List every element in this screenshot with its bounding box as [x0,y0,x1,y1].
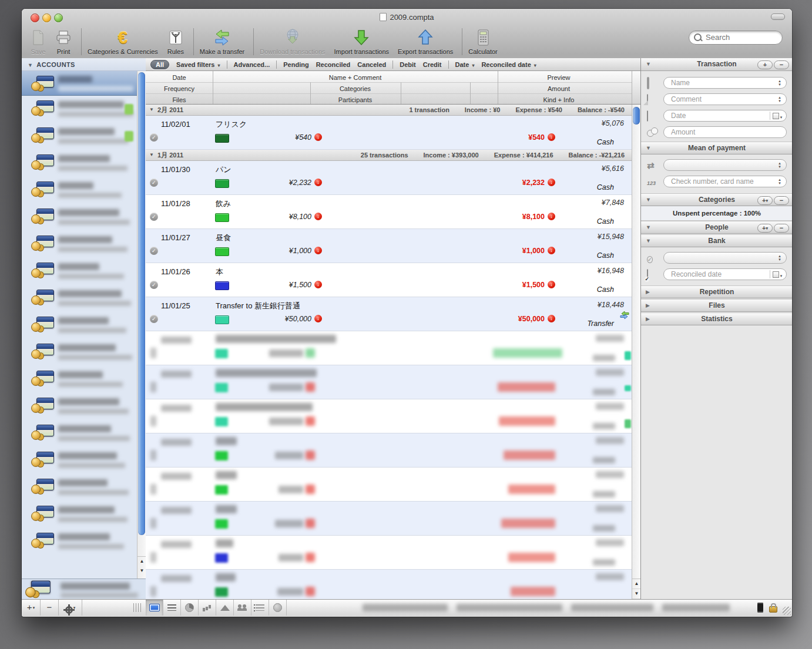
sidebar-scrollbar[interactable]: ▲▼ [137,71,146,579]
account-item-selected[interactable] [22,71,137,96]
account-item[interactable] [22,96,137,123]
remove-button[interactable]: − [774,60,789,69]
sidebar-scrollbar-thumb[interactable] [138,72,145,535]
transaction-row-redacted[interactable] [146,331,632,365]
name-field[interactable]: ▲▼ [663,77,787,89]
add-button[interactable]: + [757,60,773,69]
view-pie-chart-button[interactable] [181,600,199,616]
account-item[interactable] [22,528,137,555]
section-mean-of-payment[interactable]: ▼ Mean of payment [641,142,792,154]
month-group-header[interactable]: ▼ 2月 2011 1 transaction Income : ¥0 Expe… [146,105,632,116]
transaction-row[interactable]: 11/02/01 フリスク ¥540 ¥540 ¥5,076 Cash [146,116,632,150]
remove-account-button[interactable]: − [41,600,59,616]
section-transaction[interactable]: ▼ Transaction + − [641,58,792,71]
filter-advanced[interactable]: Advanced... [234,61,270,68]
view-bar-chart-button[interactable] [199,600,216,616]
section-statistics[interactable]: ▶ Statistics [641,312,792,325]
filter-canceled[interactable]: Canceled [357,61,386,68]
print-button[interactable]: Print [55,28,72,58]
calendar-picker-button[interactable]: ▾ [770,112,784,120]
scroll-up-icon[interactable]: ▲ [137,557,146,566]
account-item[interactable] [22,501,137,528]
search-input[interactable] [704,32,777,42]
section-categories[interactable]: ▼ Categories +▾ − [641,193,792,206]
account-item[interactable] [22,150,137,177]
account-item[interactable] [22,231,137,258]
scroll-down-icon[interactable]: ▼ [137,566,146,576]
reconciled-check-icon[interactable] [150,315,158,323]
accounts-total-row[interactable] [22,579,146,599]
resize-grip[interactable] [783,607,791,615]
add-account-button[interactable]: +▾ [22,600,41,616]
reconciled-check-icon[interactable] [150,179,158,187]
account-item[interactable] [22,204,137,231]
sidebar-scroll-arrows[interactable]: ▲▼ [137,556,146,577]
categories-currencies-button[interactable]: € Categories & Currencies [88,28,158,58]
month-group-header[interactable]: ▼ 1月 2011 25 transactions Income : ¥393,… [146,150,632,161]
check-number-field[interactable]: ▲▼ [663,176,787,187]
accounts-header[interactable]: ▼ACCOUNTS [22,58,146,71]
filter-pending[interactable]: Pending [283,61,308,68]
account-item[interactable] [22,285,137,312]
transaction-row[interactable]: 11/01/28 飲み ¥8,100 ¥8,100 ¥7,848 Cash [146,195,632,229]
iphone-sync-icon[interactable] [757,603,763,613]
reconciled-check-icon[interactable] [150,281,158,289]
transaction-row-redacted[interactable] [146,536,632,570]
account-item[interactable] [22,393,137,420]
view-list-button[interactable] [163,600,181,616]
amount-field[interactable] [663,126,787,138]
scroll-up-icon[interactable]: ▲ [632,579,641,589]
account-item[interactable] [22,474,137,501]
action-gear-button[interactable]: ▾ [59,600,82,616]
lock-icon[interactable] [769,606,777,613]
transaction-row-redacted[interactable] [146,570,632,599]
reconciled-check-icon[interactable] [150,247,158,255]
section-people[interactable]: ▼ People +▾ − [641,221,792,234]
calendar-picker-button[interactable]: ▾ [770,270,784,278]
splitter-handle[interactable] [133,603,143,612]
reconciled-check-icon[interactable] [150,133,158,142]
view-area-chart-button[interactable] [216,600,234,616]
remove-category-button[interactable]: − [774,196,789,205]
make-transfer-button[interactable]: Make a transfer [200,28,244,58]
comment-field[interactable]: ▲▼ [663,93,787,105]
disclosure-triangle-icon[interactable]: ▼ [149,150,154,160]
rules-button[interactable]: Rules [167,28,184,58]
transaction-row[interactable]: 11/01/25 Transfer to 新生銀行普通 ¥50,000 ¥50,… [146,297,632,331]
list-scrollbar-thumb[interactable] [633,107,640,125]
transaction-row-redacted[interactable] [146,399,632,433]
view-people-button[interactable] [234,600,251,616]
list-scrollbar[interactable]: ▲▼ [632,105,641,599]
account-item[interactable] [22,123,137,150]
section-bank[interactable]: ▼ Bank [641,234,792,247]
filter-saved-filters[interactable]: Saved filters [176,61,220,68]
download-transactions-button[interactable]: Download transactions [260,28,325,58]
transaction-row-redacted[interactable] [146,502,632,536]
list-scroll-arrows[interactable]: ▲▼ [632,579,641,599]
account-item[interactable] [22,312,137,339]
filter-debit[interactable]: Debit [400,61,416,68]
add-person-button[interactable]: +▾ [757,224,773,233]
transaction-row-redacted[interactable] [146,365,632,399]
payment-mean-popup[interactable]: ▲▼ [663,159,787,171]
date-field[interactable]: ▾ [663,110,787,122]
filter-credit[interactable]: Credit [423,61,442,68]
calculator-button[interactable]: Calculator [468,28,498,58]
account-item[interactable] [22,366,137,393]
filter-date[interactable]: Date [455,61,475,68]
transaction-row[interactable]: 11/01/30 パン ¥2,232 ¥2,232 ¥5,616 Cash [146,161,632,195]
reconciled-check-icon[interactable] [150,213,158,221]
account-item[interactable] [22,447,137,474]
section-repetition[interactable]: ▶ Repetition [641,285,792,298]
transaction-row[interactable]: 11/01/26 本 ¥1,500 ¥1,500 ¥16,948 Cash [146,263,632,297]
filter-all[interactable]: All [150,60,169,69]
filter-reconciled-date[interactable]: Reconciled date [481,61,536,68]
save-button[interactable]: Save [31,28,46,58]
account-item[interactable] [22,420,137,447]
filter-reconciled[interactable]: Reconciled [316,61,351,68]
account-item[interactable] [22,177,137,204]
reconciled-date-field[interactable]: ▾ [663,268,787,280]
view-transactions-button[interactable] [146,600,163,616]
add-category-button[interactable]: +▾ [757,196,773,205]
disclosure-triangle-icon[interactable]: ▼ [149,105,154,115]
